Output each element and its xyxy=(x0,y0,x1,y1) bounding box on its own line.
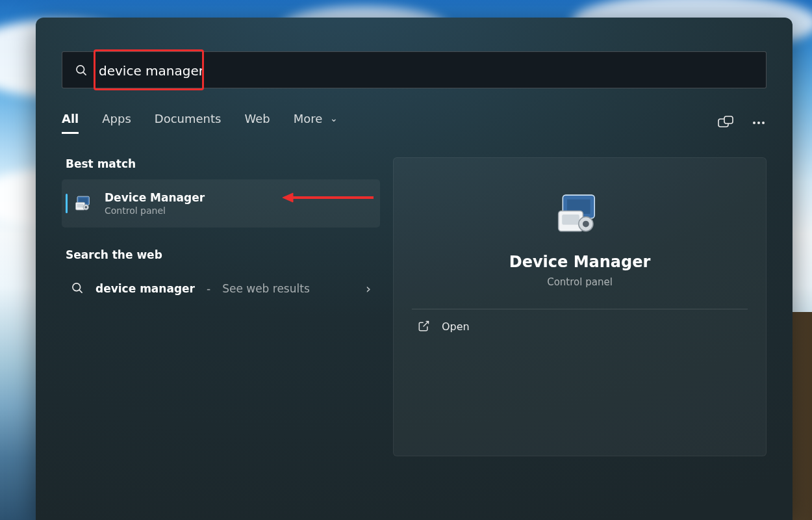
svg-line-16 xyxy=(79,290,82,292)
filter-tabs: All Apps Documents Web More ⌄ xyxy=(62,112,338,134)
results-columns: Best match Device Manager Control panel xyxy=(62,157,767,456)
device-manager-large-icon xyxy=(412,190,748,237)
chat-icon[interactable] xyxy=(717,115,734,131)
svg-line-1 xyxy=(83,72,86,74)
search-icon xyxy=(71,281,85,296)
web-search-query: device manager xyxy=(95,282,195,295)
svg-marker-13 xyxy=(283,193,293,202)
results-list: Best match Device Manager Control panel xyxy=(62,157,380,456)
svg-rect-3 xyxy=(724,116,733,124)
search-web-header: Search the web xyxy=(66,248,380,261)
svg-rect-10 xyxy=(77,203,84,207)
best-match-text: Device Manager Control panel xyxy=(105,191,205,216)
best-match-title: Device Manager xyxy=(105,191,205,204)
search-icon xyxy=(74,63,88,77)
search-panel: All Apps Documents Web More ⌄ Best ma xyxy=(36,18,793,520)
chevron-down-icon: ⌄ xyxy=(330,113,338,124)
tab-all[interactable]: All xyxy=(62,112,79,134)
svg-point-22 xyxy=(583,221,589,228)
chevron-right-icon: › xyxy=(366,281,371,296)
tab-more[interactable]: More ⌄ xyxy=(294,112,338,134)
preview-action-open-label: Open xyxy=(442,320,470,333)
tab-apps[interactable]: Apps xyxy=(102,112,131,134)
filter-tab-row: All Apps Documents Web More ⌄ xyxy=(62,112,767,134)
tab-web[interactable]: Web xyxy=(244,112,270,134)
tab-documents[interactable]: Documents xyxy=(155,112,222,134)
preview-title: Device Manager xyxy=(412,253,748,271)
search-input[interactable] xyxy=(99,62,754,79)
search-bar[interactable] xyxy=(62,51,767,88)
more-options-icon[interactable] xyxy=(751,115,767,131)
web-search-suffix: See web results xyxy=(222,282,310,295)
best-match-result[interactable]: Device Manager Control panel xyxy=(62,179,380,228)
svg-point-4 xyxy=(753,122,755,124)
preview-subtitle: Control panel xyxy=(412,276,748,288)
tab-more-label: More xyxy=(294,112,323,125)
preview-action-open[interactable]: Open xyxy=(412,309,748,343)
best-match-subtitle: Control panel xyxy=(105,205,205,216)
svg-point-12 xyxy=(85,206,88,209)
preview-pane: Device Manager Control panel Open xyxy=(393,157,767,456)
svg-rect-20 xyxy=(562,214,579,225)
best-match-header: Best match xyxy=(66,157,380,170)
open-external-icon xyxy=(417,320,430,333)
svg-point-5 xyxy=(757,122,760,124)
search-bar-wrap xyxy=(62,51,767,88)
svg-point-6 xyxy=(762,122,765,124)
device-manager-icon xyxy=(73,193,94,214)
annotation-arrow xyxy=(283,191,374,204)
web-search-result[interactable]: device manager - See web results › xyxy=(62,270,380,307)
